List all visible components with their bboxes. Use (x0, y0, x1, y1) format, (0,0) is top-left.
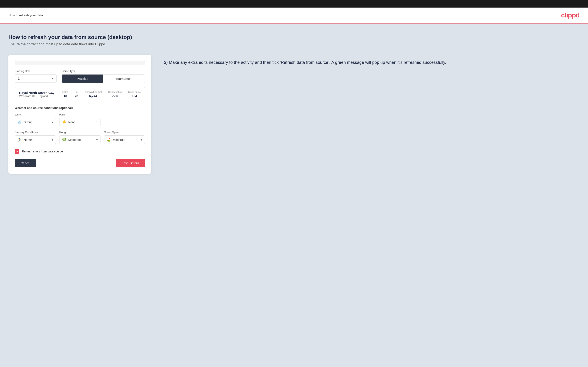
holes-label: Holes (62, 91, 68, 93)
rain-label: Rain (59, 113, 101, 116)
rough-group: Rough 🌿 Moderate Light Heavy ▼ (59, 131, 101, 144)
slope-rating-stat: Slope rating 134 (128, 91, 141, 98)
holes-stat: Holes 18 (62, 91, 68, 98)
rain-select-wrapper: ☀️ None Light Heavy ▼ (59, 118, 101, 126)
fairway-select[interactable]: Normal Soft Hard (24, 136, 56, 144)
course-rating-label: Course rating (108, 91, 122, 93)
par-value: 72 (75, 94, 78, 98)
starting-hole-select-wrapper: 1 10 ▼ (15, 74, 57, 83)
game-type-label: Game Type (62, 69, 145, 73)
fairway-icon: 🏌️ (15, 136, 24, 144)
header-title: How to refresh your data (9, 13, 43, 17)
fairway-label: Fairway Conditions (15, 131, 56, 134)
green-speed-label: Green Speed (104, 131, 145, 134)
checkmark-icon (16, 150, 18, 153)
refresh-label: Refresh shots from data source (22, 150, 63, 153)
cancel-button[interactable]: Cancel (15, 159, 36, 167)
side-description: 3) Make any extra edits necessary to the… (164, 55, 579, 66)
form-actions: Cancel Save Details (15, 159, 145, 167)
course-rating-value: 72.5 (108, 94, 122, 98)
page-subheading: Ensure the correct and most up to date d… (9, 42, 579, 46)
starting-hole-group: Starting Hole 1 10 ▼ (15, 69, 57, 83)
wind-icon: 💨 (15, 118, 24, 126)
yards-stat: Yards/White (M)) 6,744 (85, 91, 102, 98)
rough-select-wrapper: 🌿 Moderate Light Heavy ▼ (59, 135, 101, 144)
holes-value: 18 (62, 94, 68, 98)
refresh-checkbox-row: Refresh shots from data source (15, 149, 145, 154)
wind-label: Wind (15, 113, 56, 116)
conditions-section-title: Weather and course conditions (optional) (15, 106, 145, 110)
course-rating-stat: Course rating 72.5 (108, 91, 122, 98)
wind-rain-row: Wind 💨 Strong Mild Calm None ▼ Rain (15, 113, 145, 126)
rain-select[interactable]: None Light Heavy (68, 118, 100, 126)
course-card: Royal North Devon GC, Westward Ho!, Engl… (15, 87, 145, 101)
green-speed-select-wrapper: ⛳ Moderate Slow Fast ▼ (104, 135, 145, 144)
game-type-buttons: Practice Tournament (62, 74, 145, 83)
wind-select-wrapper: 💨 Strong Mild Calm None ▼ (15, 118, 56, 126)
rain-icon: ☀️ (60, 118, 68, 126)
content-row: Starting Hole 1 10 ▼ Game Type Practice … (9, 55, 579, 174)
form-panel: Starting Hole 1 10 ▼ Game Type Practice … (9, 55, 151, 174)
top-bar (0, 0, 588, 8)
wind-select[interactable]: Strong Mild Calm None (24, 118, 56, 126)
par-stat: Par 72 (75, 91, 78, 98)
fairway-rough-green-row: Fairway Conditions 🏌️ Normal Soft Hard ▼… (15, 131, 145, 144)
practice-button[interactable]: Practice (62, 75, 104, 83)
page-heading: How to refresh your data from source (de… (9, 34, 579, 41)
yards-value: 6,744 (85, 94, 102, 98)
fairway-select-wrapper: 🏌️ Normal Soft Hard ▼ (15, 135, 56, 144)
green-speed-icon: ⛳ (104, 136, 113, 144)
rough-icon: 🌿 (60, 136, 68, 144)
refresh-checkbox[interactable] (15, 149, 19, 154)
side-description-text: 3) Make any extra edits necessary to the… (164, 59, 579, 66)
slope-rating-value: 134 (128, 94, 141, 98)
starting-hole-select[interactable]: 1 10 (15, 75, 56, 82)
save-button[interactable]: Save Details (116, 159, 145, 167)
logo: clippd (561, 11, 579, 19)
course-name-block: Royal North Devon GC, Westward Ho!, Engl… (19, 91, 56, 98)
slope-rating-label: Slope rating (128, 91, 141, 93)
wind-group: Wind 💨 Strong Mild Calm None ▼ (15, 113, 56, 126)
fairway-group: Fairway Conditions 🏌️ Normal Soft Hard ▼ (15, 131, 56, 144)
truncated-top (15, 61, 145, 65)
course-name: Royal North Devon GC, (19, 91, 56, 94)
main-content: How to refresh your data from source (de… (0, 24, 588, 367)
starting-hole-label: Starting Hole (15, 69, 57, 73)
rough-label: Rough (59, 131, 101, 134)
green-speed-group: Green Speed ⛳ Moderate Slow Fast ▼ (104, 131, 145, 144)
course-location: Westward Ho!, England (19, 94, 56, 98)
game-type-group: Game Type Practice Tournament (62, 69, 145, 83)
starting-hole-game-type-row: Starting Hole 1 10 ▼ Game Type Practice … (15, 69, 145, 83)
par-label: Par (75, 91, 78, 93)
rain-group: Rain ☀️ None Light Heavy ▼ (59, 113, 101, 126)
green-speed-select[interactable]: Moderate Slow Fast (113, 136, 145, 144)
rough-select[interactable]: Moderate Light Heavy (68, 136, 100, 144)
tournament-button[interactable]: Tournament (103, 75, 145, 83)
header: How to refresh your data clippd (0, 8, 588, 24)
yards-label: Yards/White (M)) (85, 91, 102, 93)
